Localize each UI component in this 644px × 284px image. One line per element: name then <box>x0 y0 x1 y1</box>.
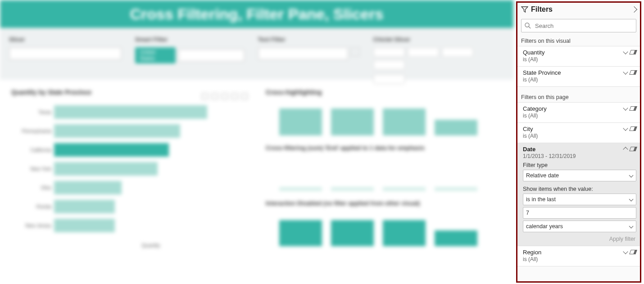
filter-name: Date <box>523 146 624 153</box>
svg-point-0 <box>525 23 529 27</box>
date-unit-select[interactable]: calendar years <box>523 221 636 232</box>
clear-filter-icon[interactable] <box>629 70 637 75</box>
filter-summary: is (All) <box>523 256 624 262</box>
mini-chart-filtering[interactable]: Cross-filtering (sum) 'End' applied to 1… <box>266 144 502 191</box>
slicer-label: Slicer <box>9 36 122 43</box>
mini-chart-highlighting[interactable]: Cross-highlighting <box>266 89 502 135</box>
show-items-label: Show items when the value: <box>523 186 636 192</box>
smart-filter-dropdown[interactable] <box>178 49 244 62</box>
filter-summary: is (All) <box>523 113 624 119</box>
chevron-down-icon[interactable] <box>623 105 628 110</box>
filter-summary: is (All) <box>523 77 624 83</box>
filter-card-quantity[interactable]: Quantity is (All) <box>517 46 640 66</box>
filter-card-category[interactable]: Category is (All) <box>517 102 640 122</box>
visual-toolbar[interactable] <box>202 93 248 99</box>
report-title: Cross Filtering, Filter Pane, Slicers <box>130 5 383 23</box>
eraser-icon[interactable] <box>351 47 360 56</box>
hbar-axis-label: Quantity <box>54 243 248 248</box>
filters-search-box[interactable] <box>521 19 636 32</box>
clear-filter-icon[interactable] <box>629 126 637 131</box>
slicer-strip: Slicer Smart Filter United States Text F… <box>0 28 513 80</box>
mini-chart-title: Cross-highlighting <box>266 89 502 96</box>
filter-card-date[interactable]: Date 1/1/2013 - 12/31/2019 Filter type R… <box>517 143 640 246</box>
smart-filter-label: Smart Filter <box>135 36 245 43</box>
filter-summary: is (All) <box>523 56 624 63</box>
hbar-chart[interactable]: Texas Pennsylvania California New York O… <box>11 104 248 252</box>
chevron-down-icon[interactable] <box>623 249 628 254</box>
smart-filter-tag[interactable]: United States <box>135 47 176 63</box>
filters-page-section-label: Filters on this page <box>517 93 640 102</box>
report-canvas: Cross Filtering, Filter Pane, Slicers Sl… <box>0 0 513 284</box>
text-filter-label: Text Filter <box>258 36 360 43</box>
chevron-down-icon[interactable] <box>623 126 628 131</box>
chevron-up-icon[interactable] <box>623 147 628 152</box>
filter-icon <box>521 6 528 13</box>
clear-filter-icon[interactable] <box>629 250 637 254</box>
apply-filter-button[interactable]: Apply filter <box>523 236 636 242</box>
filter-card-state-province[interactable]: State Province is (All) <box>517 66 640 87</box>
filter-summary: is (All) <box>523 133 624 139</box>
filters-pane-title: Filters <box>531 5 629 14</box>
report-title-band: Cross Filtering, Filter Pane, Slicers <box>0 0 513 28</box>
filter-type-select[interactable]: Relative date <box>523 170 636 181</box>
mini-chart-disabled[interactable]: Interaction Disabled (no filter applied … <box>266 200 502 246</box>
mini-chart-title: Interaction Disabled (no filter applied … <box>266 200 502 207</box>
clear-filter-icon[interactable] <box>629 106 637 111</box>
chevron-down-icon[interactable] <box>623 69 628 74</box>
slicer-dropdown[interactable] <box>9 47 122 60</box>
mini-chart-title: Cross-filtering (sum) 'End' applied to 1… <box>266 144 502 151</box>
hbar-chart-title: Quantity by State Province <box>11 89 202 96</box>
filter-type-label: Filter type <box>523 162 636 168</box>
filter-name: State Province <box>523 69 624 76</box>
filter-name: Region <box>523 249 624 256</box>
chevron-down-icon[interactable] <box>623 49 628 54</box>
filter-card-city[interactable]: City is (All) <box>517 122 640 143</box>
chiclet-slicer-label: Chiclet Slicer <box>373 36 504 43</box>
filter-name: Quantity <box>523 49 624 56</box>
chiclet-slicer[interactable] <box>373 47 504 70</box>
filter-card-region[interactable]: Region is (All) <box>517 246 640 266</box>
date-number-input[interactable] <box>523 207 636 219</box>
filter-name: City <box>523 126 624 132</box>
filters-visual-section-label: Filters on this visual <box>517 37 640 46</box>
filter-summary: 1/1/2013 - 12/31/2019 <box>523 153 624 159</box>
filter-name: Category <box>523 105 624 112</box>
text-filter-input[interactable] <box>258 47 348 60</box>
filters-search-input[interactable] <box>534 22 633 30</box>
date-operator-select[interactable]: is in the last <box>523 194 636 205</box>
filters-pane: Filters Filters on this visual Quantity … <box>516 1 641 283</box>
filters-pane-header: Filters <box>517 3 640 17</box>
search-icon <box>524 22 531 29</box>
svg-line-1 <box>529 27 531 28</box>
clear-filter-icon[interactable] <box>629 50 637 54</box>
collapse-pane-icon[interactable] <box>631 6 637 13</box>
clear-filter-icon[interactable] <box>629 147 637 151</box>
